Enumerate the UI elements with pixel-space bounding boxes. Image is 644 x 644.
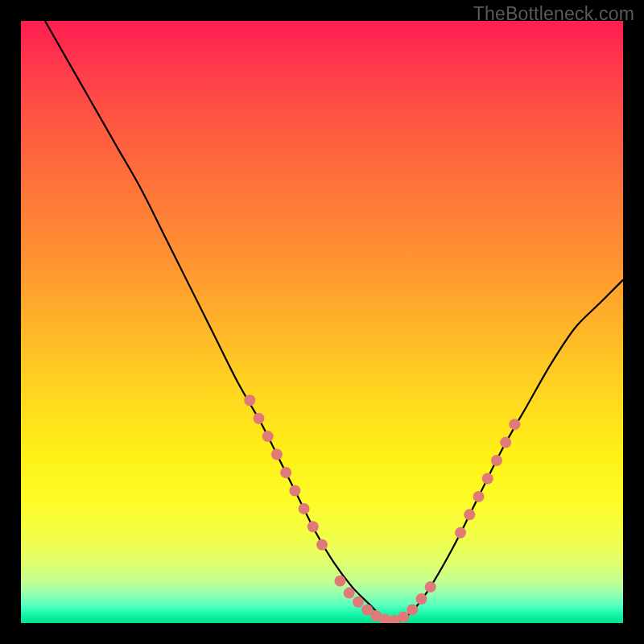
watermark-text: TheBottleneck.com [473, 3, 634, 25]
heat-gradient-background [21, 21, 623, 623]
plot-area [21, 21, 623, 623]
